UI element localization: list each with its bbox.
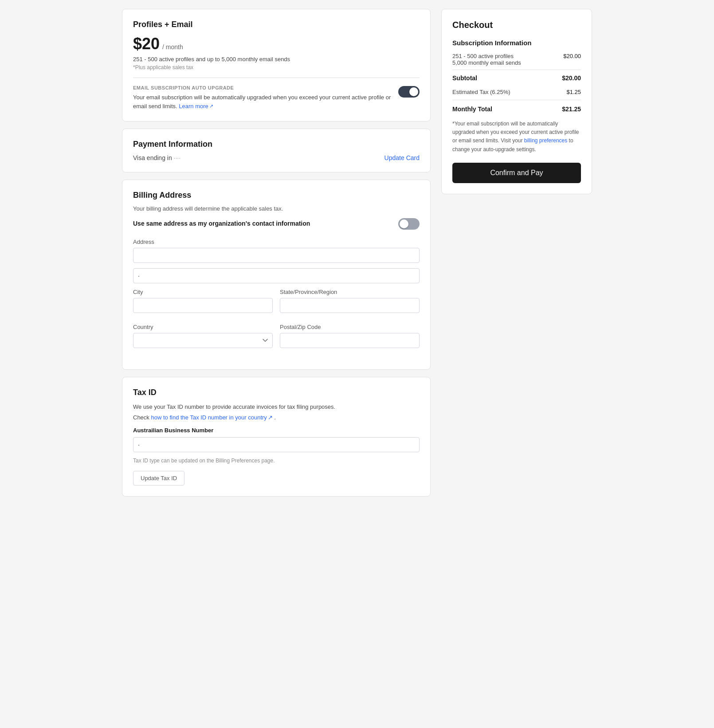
same-address-label: Use same address as my organization's co… (133, 220, 310, 227)
address-field-group: Address (133, 239, 420, 263)
checkout-subtotal-row: Subtotal $20.00 (452, 70, 581, 82)
tax-id-card: Tax ID We use your Tax ID number to prov… (122, 377, 431, 497)
profiles-email-title: Profiles + Email (133, 20, 420, 29)
country-field-group: Country United States Australia United K… (133, 324, 273, 348)
postal-input[interactable] (280, 333, 420, 348)
country-select[interactable]: United States Australia United Kingdom (133, 333, 273, 348)
external-link-icon2: ↗ (268, 413, 273, 422)
billing-address-card: Billing Address Your billing address wil… (122, 180, 431, 370)
auto-upgrade-label: EMAIL SUBSCRIPTION AUTO UPGRADE (133, 85, 391, 90)
tax-row: Estimated Tax (6.25%) $1.25 (452, 89, 581, 95)
total-row: Monthly Total $21.25 (452, 100, 581, 113)
toggle-thumb (409, 87, 418, 96)
total-label: Monthly Total (452, 106, 492, 113)
left-column: Profiles + Email $20 / month 251 - 500 a… (122, 9, 431, 497)
address2-input[interactable] (133, 268, 420, 283)
checkout-card: Checkout Subscription Information 251 - … (441, 9, 592, 194)
profiles-email-card: Profiles + Email $20 / month 251 - 500 a… (122, 9, 431, 121)
postal-field-group: Postal/Zip Code (280, 324, 420, 348)
address2-field-group (133, 268, 420, 283)
subscription-heading: Subscription Information (452, 39, 581, 47)
visa-dots: ···· (174, 154, 181, 161)
billing-address-title: Billing Address (133, 191, 420, 200)
auto-upgrade-section: EMAIL SUBSCRIPTION AUTO UPGRADE Your ema… (133, 85, 420, 110)
auto-upgrade-description: Your email subscription will be automati… (133, 93, 391, 110)
tax-id-link[interactable]: how to find the Tax ID number in your co… (151, 413, 272, 422)
address-input[interactable] (133, 248, 420, 263)
auto-upgrade-toggle[interactable] (398, 86, 420, 98)
billing-description: Your billing address will determine the … (133, 205, 420, 212)
business-number-field-group: Austrailian Business Number (133, 427, 420, 452)
payment-info-title: Payment Information (133, 140, 420, 149)
tax-id-note: Tax ID type can be updated on the Billin… (133, 458, 420, 464)
learn-more-link[interactable]: Learn more ↗ (179, 102, 213, 111)
subtotal-label: Subtotal (452, 74, 477, 82)
tax-id-description: We use your Tax ID number to provide acc… (133, 403, 420, 411)
profile-description: 251 - 500 active profiles and up to 5,00… (133, 56, 420, 63)
billing-preferences-link[interactable]: billing preferences (524, 137, 567, 144)
postal-label: Postal/Zip Code (280, 324, 420, 330)
city-label: City (133, 289, 273, 295)
tax-note: *Plus applicable sales tax (133, 64, 420, 70)
state-field-group: State/Province/Region (280, 289, 420, 313)
city-input[interactable] (133, 298, 273, 313)
same-address-row: Use same address as my organization's co… (133, 217, 420, 230)
country-postal-row: Country United States Australia United K… (133, 324, 420, 353)
checkout-line1-label: 251 - 500 active profiles 5,000 monthly … (452, 53, 556, 66)
city-field-group: City (133, 289, 273, 313)
tax-label: Estimated Tax (6.25%) (452, 89, 510, 95)
toggle-thumb-off (400, 219, 408, 228)
price-amount: $20 (133, 35, 160, 53)
price-line: $20 / month (133, 35, 420, 53)
update-card-link[interactable]: Update Card (384, 154, 420, 161)
subtotal-value: $20.00 (562, 74, 581, 82)
confirm-and-pay-button[interactable]: Confirm and Pay (452, 163, 581, 183)
checkout-line1: 251 - 500 active profiles 5,000 monthly … (452, 53, 581, 66)
business-number-input[interactable] (133, 437, 420, 452)
tax-value: $1.25 (566, 89, 581, 95)
update-tax-id-button[interactable]: Update Tax ID (133, 471, 184, 485)
country-label: Country (133, 324, 273, 330)
tax-id-link-row: Check how to find the Tax ID number in y… (133, 413, 420, 422)
city-state-row: City State/Province/Region (133, 289, 420, 318)
price-period: / month (162, 43, 183, 51)
divider (133, 78, 420, 78)
auto-upgrade-text: EMAIL SUBSCRIPTION AUTO UPGRADE Your ema… (133, 85, 391, 110)
tax-id-title: Tax ID (133, 388, 420, 397)
total-value: $21.25 (562, 106, 581, 113)
checkout-note: *Your email subscription will be automat… (452, 120, 581, 154)
payment-info-card: Payment Information Visa ending in ···· … (122, 129, 431, 172)
right-column: Checkout Subscription Information 251 - … (441, 9, 592, 497)
checkout-line1-value: $20.00 (563, 53, 581, 59)
same-address-toggle[interactable] (398, 218, 420, 230)
state-label: State/Province/Region (280, 289, 420, 295)
payment-row: Visa ending in ···· Update Card (133, 154, 420, 161)
checkout-title: Checkout (452, 20, 581, 30)
state-input[interactable] (280, 298, 420, 313)
business-number-label: Austrailian Business Number (133, 427, 420, 434)
address-label: Address (133, 239, 420, 245)
visa-label: Visa ending in ···· (133, 154, 180, 161)
external-link-icon: ↗ (209, 102, 213, 110)
